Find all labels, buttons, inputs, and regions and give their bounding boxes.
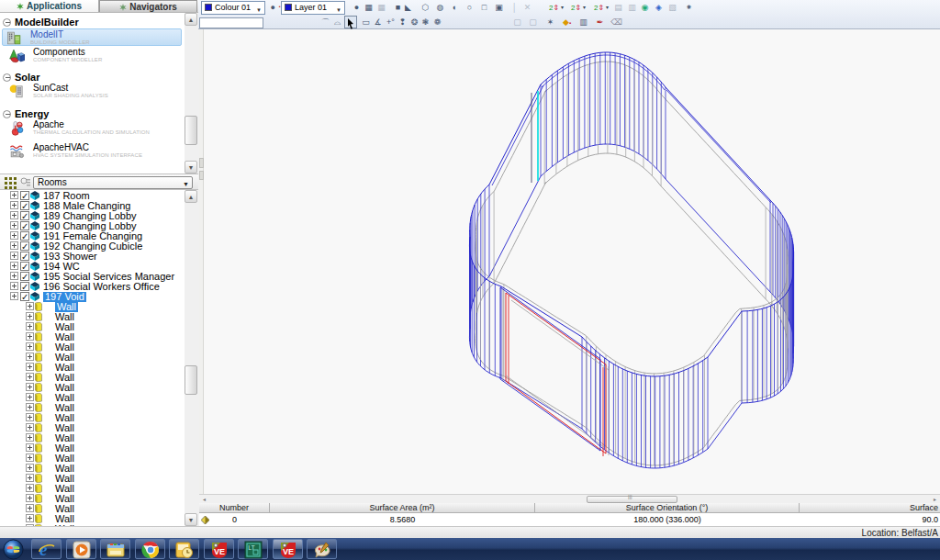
svg-text:e: e	[39, 541, 48, 559]
svg-text:VE: VE	[283, 547, 294, 556]
svg-text:VE: VE	[214, 547, 225, 556]
